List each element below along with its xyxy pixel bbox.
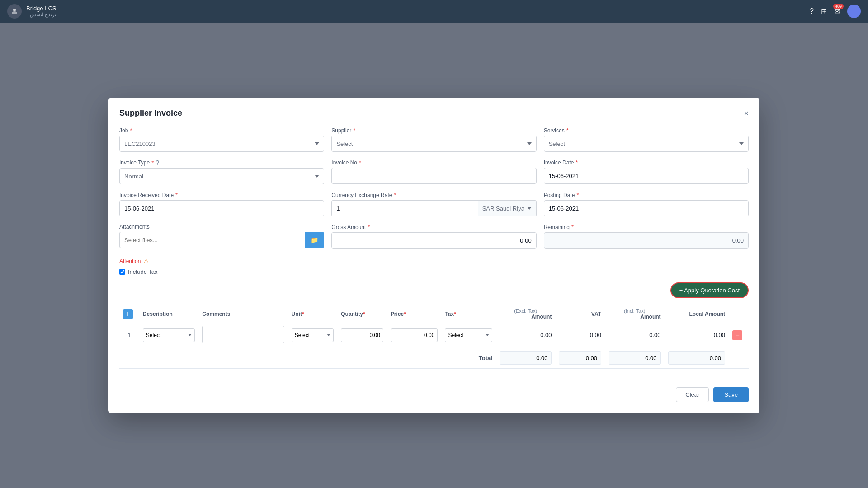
col-description-header: Description: [139, 305, 199, 323]
invoice-date-group: Invoice Date *: [544, 159, 749, 184]
clear-button[interactable]: Clear: [676, 387, 709, 402]
help-icon[interactable]: ?: [810, 7, 814, 15]
invoice-type-label: Invoice Type: [119, 160, 150, 166]
invoice-date-label: Invoice Date: [544, 160, 574, 166]
form-row-1: Job * LEC210023 Supplier * Select Servic…: [119, 127, 749, 152]
invoice-no-group: Invoice No *: [331, 159, 536, 184]
col-vat-header: VAT: [555, 305, 605, 323]
currency-row: SAR Saudi Riyal: [331, 200, 536, 216]
invoice-date-input[interactable]: [544, 168, 749, 184]
apply-quotation-section: + Apply Quotation Cost: [119, 282, 749, 298]
services-required: *: [566, 127, 569, 134]
tax-select[interactable]: Select: [445, 328, 492, 342]
invoice-no-label: Invoice No: [331, 160, 357, 166]
upload-icon: 📁: [311, 236, 318, 244]
comments-textarea[interactable]: [202, 326, 284, 343]
row-vat: 0.00: [555, 323, 605, 347]
total-row: Total: [119, 347, 749, 369]
invoice-table: + Description Comments Unit* Quantity* P…: [119, 305, 749, 369]
currency-required: *: [394, 192, 396, 198]
excl-tax-label: (Excl. Tax): [500, 308, 552, 314]
col-unit-header: Unit*: [288, 305, 338, 323]
svg-point-0: [13, 9, 16, 11]
save-button[interactable]: Save: [713, 387, 749, 402]
col-excl-amount-header: (Excl. Tax) Amount: [496, 305, 556, 323]
row-comments: [198, 323, 288, 347]
invoice-type-help-icon[interactable]: ?: [156, 159, 159, 166]
notifications[interactable]: ✉ 409: [834, 7, 840, 16]
modal-header: Supplier Invoice ×: [119, 108, 749, 118]
remove-row-button[interactable]: −: [732, 330, 742, 340]
total-actions: [729, 347, 749, 369]
modal-footer: Clear Save: [119, 380, 749, 402]
modal-overlay: Supplier Invoice × Job * LEC210023 Suppl…: [0, 23, 868, 488]
total-vat-input: [559, 351, 601, 365]
incl-tax-label: (Incl. Tax): [609, 308, 661, 314]
amount-label: Amount: [500, 314, 552, 320]
include-tax-checkbox[interactable]: [119, 269, 125, 275]
brand: Bridge LCS بريدج لنسس: [7, 4, 56, 19]
invoice-no-input[interactable]: [331, 168, 536, 184]
invoice-type-group: Invoice Type * ? Normal: [119, 159, 324, 184]
posting-date-input[interactable]: [544, 200, 749, 216]
form-row-3: Invoice Received Date * Currency Exchang…: [119, 192, 749, 216]
form-row-2: Invoice Type * ? Normal Invoice No * Inv…: [119, 159, 749, 184]
total-excl: [496, 347, 556, 369]
add-row-button[interactable]: +: [123, 309, 133, 319]
remaining-label: Remaining: [544, 224, 570, 230]
row-local-amount: 0.00: [665, 323, 729, 347]
attention-label: Attention: [119, 258, 141, 264]
remaining-input: [544, 232, 749, 249]
invoice-type-required: *: [151, 160, 154, 166]
invoice-no-required: *: [359, 159, 361, 166]
modal-title: Supplier Invoice: [119, 108, 182, 118]
price-input[interactable]: [391, 328, 438, 342]
supplier-group: Supplier * Select: [331, 127, 536, 152]
supplier-select[interactable]: Select: [331, 136, 536, 152]
invoice-type-select[interactable]: Normal: [119, 168, 324, 184]
quantity-input[interactable]: [341, 328, 383, 342]
row-remove: −: [729, 323, 749, 347]
apply-quotation-button[interactable]: + Apply Quotation Cost: [670, 282, 749, 298]
services-label: Services: [544, 127, 565, 134]
gross-amount-label: Gross Amount: [331, 224, 366, 230]
topbar-right: ? ⊞ ✉ 409: [810, 5, 861, 18]
attachments-row: 📁: [119, 232, 324, 248]
row-num: 1: [119, 323, 139, 347]
amount2-label: Amount: [609, 314, 661, 320]
attention-icon: ⚠: [143, 258, 149, 265]
apps-icon[interactable]: ⊞: [821, 7, 827, 16]
attention-row: Attention ⚠: [119, 258, 149, 265]
logo-icon: [7, 4, 22, 19]
row-price: [387, 323, 442, 347]
services-group: Services * Select: [544, 127, 749, 152]
row-unit: Select: [288, 323, 338, 347]
total-incl-input: [609, 351, 661, 365]
services-select[interactable]: Select: [544, 136, 749, 152]
attachments-upload-button[interactable]: 📁: [305, 232, 324, 248]
row-excl-amount: 0.00: [496, 323, 556, 347]
attachments-input[interactable]: [119, 232, 305, 248]
job-select[interactable]: LEC210023: [119, 136, 324, 152]
avatar[interactable]: [847, 5, 861, 18]
gross-amount-input[interactable]: [331, 232, 536, 249]
form-row-4: Attachments 📁 Gross Amount * Remaining: [119, 224, 749, 249]
remaining-required: *: [571, 224, 574, 230]
currency-exchange-rate-input[interactable]: [331, 200, 477, 216]
total-label: Total: [119, 347, 496, 369]
invoice-received-date-input[interactable]: [119, 200, 324, 216]
job-label: Job: [119, 127, 128, 134]
notification-count: 409: [833, 4, 844, 9]
currency-select[interactable]: SAR Saudi Riyal: [478, 200, 537, 216]
col-hash: +: [119, 305, 139, 323]
col-quantity-header: Quantity*: [337, 305, 387, 323]
col-local-amount-header: Local Amount: [665, 305, 729, 323]
topbar: Bridge LCS بريدج لنسس ? ⊞ ✉ 409: [0, 0, 868, 23]
job-required: *: [130, 127, 132, 134]
unit-select[interactable]: Select: [292, 328, 334, 342]
include-tax-label[interactable]: Include Tax: [128, 268, 158, 275]
close-button[interactable]: ×: [744, 109, 749, 117]
table-row: 1 Select Select: [119, 323, 749, 347]
description-select[interactable]: Select: [143, 328, 195, 342]
brand-sub: بريدج لنسس: [26, 12, 56, 18]
